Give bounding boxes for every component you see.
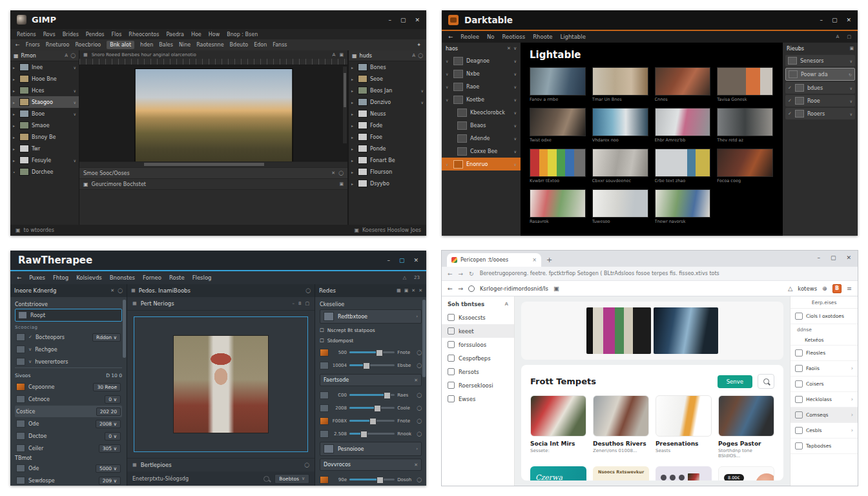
sidebar-item[interactable]: Cespofbeps	[442, 351, 514, 365]
modules-header[interactable]: Rieubs ▣	[783, 43, 858, 54]
toolbar-item[interactable]: hden	[140, 42, 153, 48]
template-card[interactable]: Socia Int MirsSessete:	[530, 395, 586, 459]
collection-item-active[interactable]: ∨Enonruo∨	[442, 158, 521, 170]
chevron-down-icon[interactable]: ∨	[28, 359, 32, 364]
slider-row[interactable]: 500Fnote◯	[320, 346, 422, 358]
collection-subitem[interactable]: Kbeoclorobck∨	[442, 106, 521, 119]
expand-icon[interactable]: ▸	[351, 135, 355, 140]
editor-toolbar[interactable]: ▦ Pert Neriogs – 8 ▢	[127, 297, 315, 311]
menu-item[interactable]: No	[487, 34, 495, 40]
reset-icon[interactable]: ◯	[417, 350, 422, 355]
photo-thumbnail[interactable]: Fanov a rmbe	[530, 67, 586, 102]
chevron-down-icon[interactable]: ∨	[513, 46, 517, 51]
circle-icon[interactable]: ◯	[305, 288, 311, 293]
image-preview[interactable]	[134, 316, 308, 452]
dropdown[interactable]: Rddon ∨	[92, 333, 121, 342]
setting-row[interactable]: Ode5000 ∨	[15, 462, 122, 474]
bookmark-icon[interactable]: ▣	[553, 285, 559, 292]
auto-icon[interactable]: A	[412, 53, 415, 58]
panel-icon[interactable]: ▣	[404, 288, 409, 293]
dropdown[interactable]: 209 ∨	[99, 477, 121, 485]
browser-tab[interactable]: Pericopen :t/ooees ×	[447, 253, 541, 267]
expand-icon[interactable]: ▸	[13, 135, 17, 140]
photo-thumbnail[interactable]: Cnnes	[655, 67, 711, 102]
minimize-button[interactable]: –	[387, 257, 390, 264]
photo-thumbnail[interactable]: Tmar Un Bnes	[592, 67, 648, 102]
checkbox-icon[interactable]: ☐	[320, 338, 324, 344]
close-button[interactable]: ✕	[846, 254, 851, 261]
setting-row[interactable]: Dectoe0 ∨	[15, 430, 122, 442]
toolbar-item[interactable]: Roecbrioo	[75, 42, 101, 48]
expand-icon[interactable]: ▸	[13, 147, 17, 151]
menu-item[interactable]: How	[209, 32, 220, 37]
canvas-title-row[interactable]: ▦ Snoro Roeed Bersbes hour anginal olarc…	[79, 50, 347, 59]
brush-item[interactable]: ▸Ponde	[349, 143, 426, 154]
close-icon[interactable]: ✕	[110, 288, 114, 293]
check-icon[interactable]: ✓	[788, 85, 792, 90]
profile-badge[interactable]: B	[832, 284, 842, 293]
minimize-button[interactable]: –	[817, 254, 820, 261]
layer-item[interactable]: ▸Hces∨	[10, 85, 79, 96]
collection-item[interactable]: ∨Nxbe∨	[442, 67, 521, 80]
grid-icon[interactable]: ▦	[397, 288, 401, 293]
check-icon[interactable]: ✓	[788, 98, 792, 103]
setting-value[interactable]: 30 Reoe	[93, 383, 121, 391]
scrollbar[interactable]	[422, 300, 426, 377]
expand-icon[interactable]: ▸	[351, 170, 355, 174]
layer-item[interactable]: ▸Twr	[10, 143, 79, 154]
sidebar-item-active[interactable]: keeet	[442, 324, 514, 338]
layer-item[interactable]: ▸Fesuyle∨	[10, 154, 79, 166]
expand-icon[interactable]: ▸	[13, 158, 17, 163]
forward-icon[interactable]: →	[459, 271, 464, 277]
close-icon[interactable]: ✕	[414, 462, 418, 468]
gimp-right-panel-header[interactable]: ▦ huds A ◯	[349, 50, 426, 61]
maximize-button[interactable]: ▢	[400, 17, 406, 23]
check-icon[interactable]: ✓	[28, 335, 32, 340]
url-text[interactable]: Bereetrugoporeng. feetre. fpctktrfiop Se…	[480, 271, 719, 276]
photo-thumbnail[interactable]: Thev retd az	[717, 108, 773, 143]
toolbar-item[interactable]: Fanss	[273, 42, 287, 48]
chevron-down-icon[interactable]: ∨	[514, 110, 517, 115]
menu-item[interactable]: Rhoote	[533, 34, 552, 40]
menu-item[interactable]: Fleslog	[192, 274, 212, 281]
save-button[interactable]: Senve	[718, 375, 752, 388]
reset-icon[interactable]: ◯	[417, 393, 422, 398]
layer-item-selected[interactable]: ▸Staogoo∨	[10, 96, 79, 108]
slider-row[interactable]: 2008Coole◯	[320, 402, 422, 414]
expand-icon[interactable]: ▸	[351, 65, 355, 70]
expand-icon[interactable]: ▸	[13, 65, 17, 70]
slider-track[interactable]	[349, 364, 395, 366]
search-icon[interactable]	[264, 476, 269, 482]
module-item[interactable]: ✓Rooers∨	[785, 108, 855, 119]
menu-item[interactable]: Rheocontos	[129, 32, 159, 37]
photo-thumbnail[interactable]: Tuwesoo	[592, 189, 648, 224]
canvas[interactable]	[79, 65, 347, 161]
layer-item[interactable]: ▸Smaoe	[10, 119, 79, 131]
slider-track[interactable]	[349, 407, 395, 409]
sidebar-item[interactable]: Rersots	[442, 365, 514, 378]
chevron-down-icon[interactable]: ∨	[514, 59, 517, 63]
setting-row[interactable]: Cepoonne30 Reoe	[15, 381, 122, 393]
back-icon[interactable]: ←	[448, 34, 453, 40]
chevron-down-icon[interactable]: ∨	[28, 347, 32, 352]
circle-icon[interactable]: ◯	[118, 288, 123, 293]
module-item[interactable]: ✓Rooe∨	[785, 95, 855, 107]
slider-row[interactable]: F008XFnote◯	[320, 415, 422, 427]
photo-thumbnail[interactable]: Vhdarex noo	[592, 108, 648, 143]
setting-row[interactable]: Ceiler305 ∨	[15, 442, 122, 454]
back-icon[interactable]: ←	[16, 42, 20, 48]
panel-icon[interactable]: ▣	[849, 46, 854, 51]
menu-item[interactable]: Brides	[63, 32, 79, 37]
close-button[interactable]: ✕	[846, 17, 851, 23]
panel-icon[interactable]: ▣	[339, 52, 344, 57]
rightbar-item[interactable]: Hecklolass›	[790, 392, 858, 408]
chevron-down-icon[interactable]: ∨	[74, 112, 76, 116]
dropdown[interactable]: 5000 ∨	[96, 464, 121, 473]
pin-icon[interactable]: A	[505, 302, 508, 307]
close-button[interactable]: ✕	[413, 257, 418, 264]
reload-icon[interactable]: ↻	[849, 72, 852, 77]
maximize-button[interactable]: ▢	[832, 17, 838, 23]
circle-icon[interactable]: ◯	[338, 170, 344, 176]
toolbar-item[interactable]: Raotesnne	[196, 42, 223, 48]
chevron-down-icon[interactable]: ∨	[74, 158, 76, 163]
